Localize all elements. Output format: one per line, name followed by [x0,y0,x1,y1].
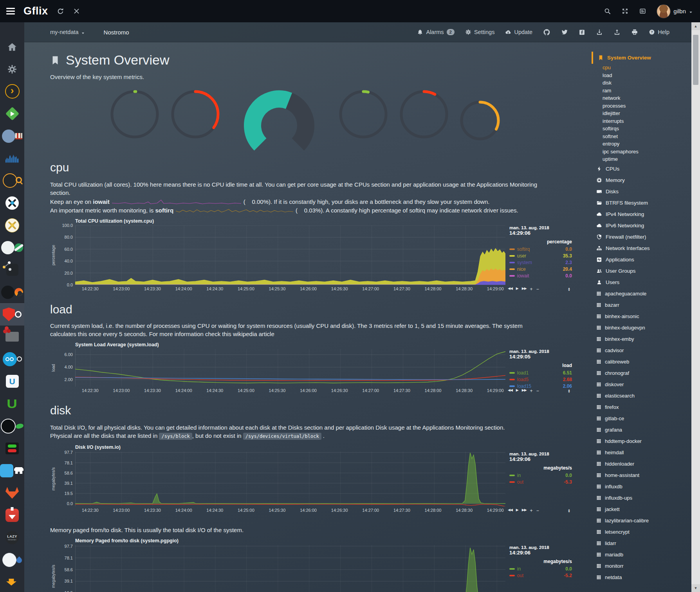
hostname[interactable]: Nostromo [104,29,129,36]
close-icon[interactable] [73,7,80,15]
app-icon-downloader[interactable] [0,504,24,526]
avatar[interactable] [657,4,671,18]
gauge-net-inbound[interactable] [337,88,390,142]
chart-plot-area[interactable] [75,545,505,592]
chart-zoom-out-button[interactable]: − [536,286,539,292]
app-icon-home[interactable] [0,36,24,58]
chart-zoom-in-button[interactable]: + [530,388,533,394]
menu-item-influxdb[interactable]: influxdb [592,481,691,492]
menu-item-users[interactable]: Users [592,277,691,288]
menu-item-calibreweb[interactable]: calibreweb [592,356,691,367]
menu-item-memory[interactable]: Memory [592,175,691,186]
legend-entry-softirq[interactable]: softirq0.0 [509,246,572,252]
chart-pan-right-button[interactable]: ▶▶ [522,286,527,292]
chart-play-button[interactable]: ▶ [516,388,518,394]
menu-item-gitlab-ce[interactable]: gitlab-ce [592,413,691,424]
app-icon-grafana[interactable] [0,281,24,303]
app-icon-pinwheel-yellow[interactable] [0,214,24,236]
user-menu[interactable]: gilbn [657,4,693,18]
menu-item-ram[interactable]: ram [592,87,691,95]
iowait-sparkline[interactable] [112,199,241,205]
chart-pan-left-button[interactable]: ◀◀ [508,388,512,394]
app-icon-planet-dark[interactable] [0,415,24,437]
menu-item-ipv6-networking[interactable]: IPv6 Networking [592,220,691,231]
chart-pan-right-button[interactable]: ▶▶ [522,388,527,394]
menu-item-uptime[interactable]: uptime [592,155,691,163]
menu-item-network-interfaces[interactable]: Network Interfaces [592,243,691,254]
facebook-icon[interactable] [579,29,585,36]
menu-item-monitorr[interactable]: monitorr [592,560,691,572]
menu-item-heimdall[interactable]: heimdall [592,447,691,458]
scroll-down-button[interactable]: ▼ [691,584,700,592]
update-button[interactable]: Update [505,29,532,35]
menu-item-bazarr[interactable]: bazarr [592,299,691,311]
chart-play-button[interactable]: ▶ [516,508,518,513]
fullscreen-icon[interactable] [621,7,629,15]
app-icon-lazylibrarian[interactable] [0,526,24,549]
menu-item-binhex-delugevpn[interactable]: binhex-delugevpn [592,322,691,333]
menu-item-lidarr[interactable]: lidarr [592,538,691,549]
legend-entry-load5[interactable]: load52.68 [509,376,572,383]
menu-item-diskover[interactable]: diskover [592,379,691,390]
app-icon-jackett[interactable] [0,169,24,192]
menu-item-applications[interactable]: Applications [592,254,691,265]
legend-entry-user[interactable]: user35.3 [509,252,572,259]
menu-item-load[interactable]: load [592,72,691,79]
twitter-icon[interactable] [561,29,568,36]
menu-item-lazylibrarian-calibre[interactable]: lazylibrarian-calibre [592,515,691,526]
print-icon[interactable] [631,29,638,36]
github-icon[interactable] [543,29,550,36]
menu-item-interrupts[interactable]: interrupts [592,117,691,125]
legend-entry-in[interactable]: in0.0 [509,472,572,479]
app-icon-airsonic[interactable] [0,147,24,169]
settings-button[interactable]: Settings [465,29,494,35]
menu-item-btrfs-filesystem[interactable]: BTRFS filesystem [592,197,691,209]
app-icon-raspberry[interactable] [0,326,24,348]
menu-item-hiddenloader[interactable]: hiddenloader [592,458,691,470]
app-icon-emby[interactable] [0,103,24,125]
gauge-net-outbound[interactable] [398,88,450,142]
menu-header-system-overview[interactable]: System Overview [592,52,691,64]
legend-entry-load1[interactable]: load16.51 [509,369,572,376]
menu-item-netdata[interactable]: netdata [592,572,691,583]
chart-plot-area[interactable] [75,225,505,285]
app-icon-nextcloud[interactable] [0,348,24,370]
chart-resize-handle[interactable]: ▲▼ [568,509,570,513]
menu-item-softirqs[interactable]: softirqs [592,125,691,133]
app-icon-shield-red[interactable] [0,303,24,326]
app-icon-unifi[interactable] [0,370,24,392]
legend-entry-out[interactable]: out-5.2 [509,572,572,579]
menu-item-cadvisor[interactable]: cadvisor [592,345,691,356]
scrollbar-thumb[interactable] [693,35,698,85]
menu-item-ipc-semaphores[interactable]: ipc semaphores [592,148,691,156]
chart-pan-left-button[interactable]: ◀◀ [508,286,512,292]
menu-item-mariadb[interactable]: mariadb [592,549,691,560]
menu-item-firewall-netfilter-[interactable]: Firewall (netfilter) [592,231,691,243]
menu-icon[interactable] [6,6,15,16]
app-icon-pinwheel-white[interactable] [0,192,24,214]
menu-item-home-assistant[interactable]: home-assistant [592,470,691,481]
app-icon-library[interactable] [0,125,24,147]
menu-item-cpus[interactable]: CPUs [592,163,691,175]
menu-item-disk[interactable]: disk [592,79,691,87]
page-scrollbar[interactable]: ▲ ▼ [691,22,700,592]
export-icon[interactable] [613,29,621,36]
chart-zoom-in-button[interactable]: + [530,508,533,513]
import-icon[interactable] [596,29,603,36]
legend-entry-nice[interactable]: nice20.4 [509,266,572,272]
legend-entry-iowait[interactable]: iowait0.0 [509,272,572,279]
gauge-disk-write[interactable] [169,88,222,142]
menu-item-binhex-emby[interactable]: binhex-emby [592,333,691,345]
menu-item-apacheguacamole[interactable]: apacheguacamole [592,288,691,299]
help-button[interactable]: ? Help [649,29,669,35]
app-icon-swirl-green[interactable] [0,236,24,259]
server-dropdown[interactable]: my-netdata [50,29,85,35]
chart-pan-left-button[interactable]: ◀◀ [508,508,512,513]
menu-item-influxdb-ups[interactable]: influxdb-ups [592,492,691,504]
menu-item-disks[interactable]: Disks [592,186,691,197]
refresh-icon[interactable] [57,7,64,15]
menu-item-chronograf[interactable]: chronograf [592,367,691,379]
scroll-up-button[interactable]: ▲ [691,22,700,30]
menu-item-cpu[interactable]: cpu [592,64,691,72]
app-icon-droplet[interactable] [0,549,24,571]
